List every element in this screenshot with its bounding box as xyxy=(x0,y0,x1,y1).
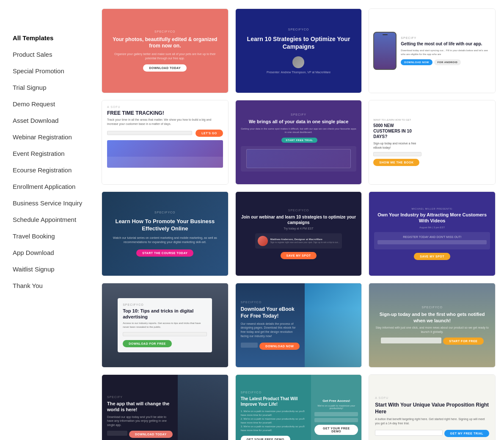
app-download-btn[interactable]: DOWNLOAD TODAY xyxy=(129,431,173,438)
download-ebook-btn[interactable]: DOWNLOAD NOW xyxy=(259,343,300,350)
template-card-card-4[interactable]: A SOFU FREE TIME TRACKING! Track your ti… xyxy=(102,100,229,185)
template-card-card-15[interactable]: A SOFU Start With Your Unique Value Prop… xyxy=(369,374,496,440)
template-card-card-14[interactable]: SPECIFYCO The Latest Product That Will I… xyxy=(235,374,362,440)
start-for-free-btn[interactable]: START FOR FREE xyxy=(443,338,483,345)
sidebar-item-ecourse-registration[interactable]: Ecourse Registration xyxy=(13,162,89,178)
free-trial-btn[interactable]: GET MY FREE TRIAL xyxy=(444,430,489,437)
sidebar-item-all-templates[interactable]: All Templates xyxy=(13,30,89,46)
download-free-btn[interactable]: DOWNLOAD FOR FREE xyxy=(123,340,172,347)
sidebar-item-trial-signup[interactable]: Trial Signup xyxy=(13,79,89,96)
show-book-btn[interactable]: SHOW ME THE BOOK xyxy=(373,159,419,166)
template-card-card-13[interactable]: SPECIFY The app that will change the wor… xyxy=(102,374,229,440)
lets-go-btn[interactable]: LET'S GO xyxy=(196,130,223,137)
template-card-card-12[interactable]: SPECIFYCO Sign-up today and be the first… xyxy=(369,283,496,368)
template-card-card-6[interactable]: WANT TO LEARN HOW TO GET 5000 NEW CUSTOM… xyxy=(369,100,496,185)
download-today-btn[interactable]: DOWNLOAD TODAY xyxy=(143,64,187,72)
sidebar-item-thank-you[interactable]: Thank You xyxy=(13,277,89,294)
save-spot-btn[interactable]: SAVE MY SPOT xyxy=(281,252,317,259)
sidebar-item-event-registration[interactable]: Event Registration xyxy=(13,145,89,162)
sidebar-item-product-sales[interactable]: Product Sales xyxy=(13,46,89,63)
template-card-card-2[interactable]: SPECIFYCO Learn 10 Strategies to Optimiz… xyxy=(235,8,362,93)
template-card-card-8[interactable]: SPECIFYCO Join our webinar and learn 10 … xyxy=(235,191,362,276)
start-course-btn[interactable]: START THE COURSE TODAY xyxy=(136,249,193,257)
sidebar-item-special-promotion[interactable]: Special Promotion xyxy=(13,63,89,79)
template-card-card-1[interactable]: SPECIFYCO Your photos, beautifully edite… xyxy=(102,8,229,93)
template-card-card-11[interactable]: SPECIFYCO Download Your eBook For Free T… xyxy=(235,283,362,368)
save-spot-video-btn[interactable]: SAVE MY SPOT xyxy=(414,253,450,260)
main-content: SPECIFYCO Your photos, beautifully edite… xyxy=(97,0,504,440)
get-free-access-btn[interactable]: GET YOUR FREE DEMO xyxy=(314,425,358,435)
sidebar-item-schedule-appointment[interactable]: Schedule Appointment xyxy=(13,211,89,228)
sidebar-item-asset-download[interactable]: Asset Download xyxy=(13,112,89,129)
templates-grid: SPECIFYCO Your photos, beautifully edite… xyxy=(102,8,496,440)
template-card-card-9[interactable]: MICHAEL MILLER PRESENTS: Own Your Indust… xyxy=(369,191,496,276)
start-free-trial-btn[interactable]: START FREE TRIAL xyxy=(281,138,317,143)
sidebar-item-business-service-inquiry[interactable]: Business Service Inquiry xyxy=(13,195,89,211)
sidebar: All TemplatesProduct SalesSpecial Promot… xyxy=(0,0,97,440)
sidebar-item-webinar-registration[interactable]: Webinar Registration xyxy=(13,129,89,145)
for-android-btn[interactable]: FOR ANDROID xyxy=(434,59,461,65)
sidebar-item-enrollment-application[interactable]: Enrollment Application xyxy=(13,178,89,195)
sidebar-item-travel-booking[interactable]: Travel Booking xyxy=(13,228,89,244)
sidebar-nav: All TemplatesProduct SalesSpecial Promot… xyxy=(13,30,89,294)
sidebar-item-demo-request[interactable]: Demo Request xyxy=(13,96,89,112)
get-free-demo-btn[interactable]: GET YOUR FREE DEMO xyxy=(241,436,290,440)
sidebar-item-waitlist-signup[interactable]: Waitlist Signup xyxy=(13,261,89,277)
template-card-card-3[interactable]: SPECIFY Getting the most out of life wit… xyxy=(369,8,496,93)
sidebar-item-app-download[interactable]: App Download xyxy=(13,244,89,261)
template-card-card-7[interactable]: SPECIFYCO Learn How To Promote Your Busi… xyxy=(102,191,229,276)
template-card-card-5[interactable]: SPECIFY We brings all of your data in on… xyxy=(235,100,362,185)
template-card-card-10[interactable]: SPECIFYCO Top 10: Tips and tricks in dig… xyxy=(102,283,229,368)
download-now-btn[interactable]: DOWNLOAD NOW xyxy=(401,59,432,65)
